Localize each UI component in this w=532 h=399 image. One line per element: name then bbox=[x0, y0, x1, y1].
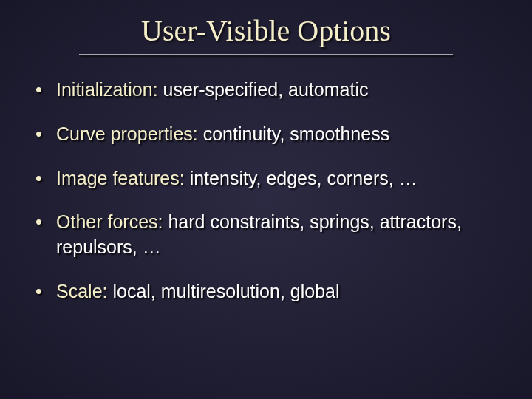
list-item: Other forces: hard constraints, springs,… bbox=[33, 210, 499, 260]
item-detail: local, multiresolution, global bbox=[107, 281, 339, 301]
bullet-list: Initialization: user-specified, automati… bbox=[33, 78, 499, 304]
list-item: Initialization: user-specified, automati… bbox=[33, 78, 499, 103]
item-detail: continuity, smoothness bbox=[198, 123, 389, 144]
item-label: Initialization: bbox=[56, 79, 158, 100]
list-item: Scale: local, multiresolution, global bbox=[33, 279, 499, 304]
item-label: Image features: bbox=[56, 168, 185, 188]
item-detail: intensity, edges, corners, … bbox=[185, 168, 417, 188]
item-detail: user-specified, automatic bbox=[158, 79, 369, 100]
slide: User-Visible Options Initialization: use… bbox=[0, 0, 532, 399]
list-item: Image features: intensity, edges, corner… bbox=[33, 166, 499, 191]
list-item: Curve properties: continuity, smoothness bbox=[33, 122, 499, 147]
item-label: Curve properties: bbox=[56, 123, 198, 144]
item-label: Scale: bbox=[56, 281, 107, 301]
divider bbox=[79, 54, 453, 55]
item-label: Other forces: bbox=[56, 211, 163, 232]
slide-title: User-Visible Options bbox=[33, 13, 499, 48]
